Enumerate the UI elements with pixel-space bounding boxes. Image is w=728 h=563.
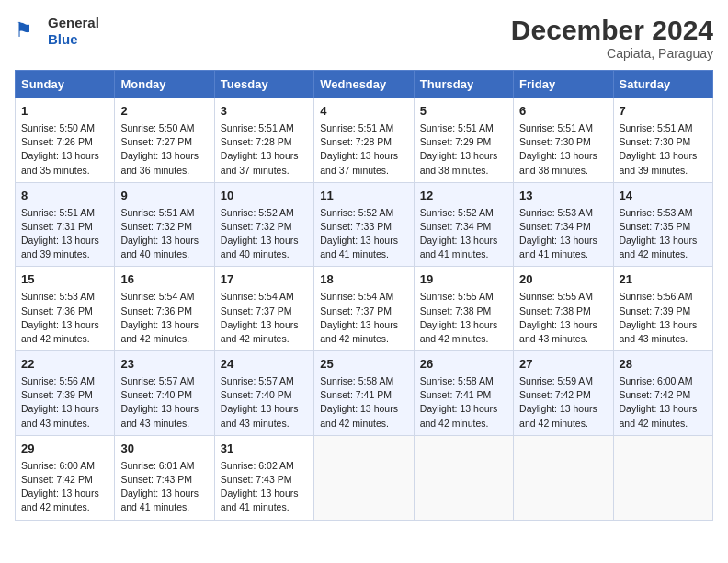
sunset-label: Sunset: 7:26 PM (21, 136, 93, 147)
sunset-label: Sunset: 7:38 PM (519, 305, 591, 316)
title-area: December 2024 Capiata, Paraguay (511, 15, 713, 61)
empty-cell (314, 435, 414, 520)
daylight-label: Daylight: 13 hours and 38 minutes. (519, 150, 597, 175)
table-row: 12 Sunrise: 5:52 AM Sunset: 7:34 PM Dayl… (414, 182, 513, 267)
day-number: 26 (420, 356, 507, 373)
day-number: 15 (21, 271, 108, 289)
empty-cell (414, 435, 513, 520)
day-number: 18 (320, 271, 407, 289)
sunrise-label: Sunrise: 5:51 AM (221, 122, 294, 133)
day-number: 20 (519, 271, 607, 289)
table-row: 5 Sunrise: 5:51 AM Sunset: 7:29 PM Dayli… (414, 98, 513, 183)
daylight-label: Daylight: 13 hours and 42 minutes. (21, 488, 99, 512)
sunrise-label: Sunrise: 5:51 AM (120, 207, 194, 218)
daylight-label: Daylight: 13 hours and 42 minutes. (620, 235, 698, 259)
day-number: 25 (320, 356, 407, 373)
col-tuesday: Tuesday (214, 71, 313, 98)
sunset-label: Sunset: 7:40 PM (221, 389, 292, 400)
sunset-label: Sunset: 7:30 PM (519, 136, 591, 147)
sunset-label: Sunset: 7:40 PM (120, 389, 192, 400)
sunset-label: Sunset: 7:43 PM (221, 474, 292, 485)
table-row: 16 Sunrise: 5:54 AM Sunset: 7:36 PM Dayl… (115, 267, 214, 351)
daylight-label: Daylight: 13 hours and 42 minutes. (420, 319, 498, 344)
daylight-label: Daylight: 13 hours and 43 minutes. (21, 403, 99, 428)
col-sunday: Sunday (16, 71, 115, 98)
day-number: 9 (120, 188, 208, 205)
sunrise-label: Sunrise: 5:51 AM (519, 122, 593, 133)
daylight-label: Daylight: 13 hours and 42 minutes. (320, 319, 398, 344)
daylight-label: Daylight: 13 hours and 37 minutes. (221, 150, 299, 175)
table-row: 19 Sunrise: 5:55 AM Sunset: 7:38 PM Dayl… (414, 267, 513, 351)
sunrise-label: Sunrise: 5:54 AM (221, 291, 294, 302)
daylight-label: Daylight: 13 hours and 39 minutes. (620, 150, 698, 175)
table-row: 6 Sunrise: 5:51 AM Sunset: 7:30 PM Dayli… (514, 98, 613, 183)
daylight-label: Daylight: 13 hours and 43 minutes. (221, 403, 299, 428)
table-row: 31 Sunrise: 6:02 AM Sunset: 7:43 PM Dayl… (214, 435, 313, 520)
daylight-label: Daylight: 13 hours and 40 minutes. (120, 235, 199, 259)
sunset-label: Sunset: 7:42 PM (21, 474, 93, 485)
day-number: 17 (221, 271, 308, 289)
sunrise-label: Sunrise: 5:53 AM (519, 207, 593, 218)
week-row-1: 1 Sunrise: 5:50 AM Sunset: 7:26 PM Dayli… (16, 98, 713, 183)
day-number: 6 (519, 103, 607, 121)
day-number: 11 (320, 188, 407, 205)
daylight-label: Daylight: 13 hours and 43 minutes. (620, 319, 698, 344)
table-row: 10 Sunrise: 5:52 AM Sunset: 7:32 PM Dayl… (214, 182, 313, 267)
sunset-label: Sunset: 7:36 PM (120, 305, 192, 316)
sunset-label: Sunset: 7:42 PM (519, 389, 591, 400)
sunset-label: Sunset: 7:34 PM (420, 221, 492, 232)
day-number: 1 (21, 103, 108, 121)
calendar-table: Sunday Monday Tuesday Wednesday Thursday… (15, 70, 713, 521)
table-row: 21 Sunrise: 5:56 AM Sunset: 7:39 PM Dayl… (613, 267, 712, 351)
sunset-label: Sunset: 7:28 PM (221, 136, 292, 147)
col-friday: Friday (514, 71, 613, 98)
sunrise-label: Sunrise: 5:59 AM (519, 375, 593, 386)
day-number: 16 (120, 271, 208, 289)
day-number: 22 (21, 356, 108, 373)
daylight-label: Daylight: 13 hours and 42 minutes. (221, 319, 299, 344)
sunrise-label: Sunrise: 5:50 AM (21, 122, 95, 133)
sunrise-label: Sunrise: 5:52 AM (420, 207, 494, 218)
sunrise-label: Sunrise: 5:51 AM (620, 122, 693, 133)
sunrise-label: Sunrise: 5:52 AM (221, 207, 294, 218)
sunrise-label: Sunrise: 6:02 AM (221, 460, 294, 471)
sunset-label: Sunset: 7:32 PM (120, 221, 192, 232)
week-row-2: 8 Sunrise: 5:51 AM Sunset: 7:31 PM Dayli… (16, 182, 713, 267)
col-thursday: Thursday (414, 71, 513, 98)
daylight-label: Daylight: 13 hours and 41 minutes. (221, 488, 299, 512)
sunset-label: Sunset: 7:43 PM (120, 474, 192, 485)
sunrise-label: Sunrise: 6:01 AM (120, 460, 194, 471)
day-number: 3 (221, 103, 308, 121)
logo-icon: ⚑ (15, 17, 44, 46)
header-row: Sunday Monday Tuesday Wednesday Thursday… (16, 71, 713, 98)
table-row: 27 Sunrise: 5:59 AM Sunset: 7:42 PM Dayl… (514, 351, 613, 436)
table-row: 23 Sunrise: 5:57 AM Sunset: 7:40 PM Dayl… (115, 351, 214, 436)
table-row: 22 Sunrise: 5:56 AM Sunset: 7:39 PM Dayl… (16, 351, 115, 436)
sunrise-label: Sunrise: 5:58 AM (320, 375, 393, 386)
day-number: 28 (620, 356, 707, 373)
day-number: 12 (420, 188, 507, 205)
sunrise-label: Sunrise: 5:54 AM (320, 291, 393, 302)
col-monday: Monday (115, 71, 214, 98)
sunrise-label: Sunrise: 6:00 AM (21, 460, 95, 471)
daylight-label: Daylight: 13 hours and 42 minutes. (120, 319, 199, 344)
sunset-label: Sunset: 7:31 PM (21, 221, 93, 232)
sunrise-label: Sunrise: 5:57 AM (120, 375, 194, 386)
svg-text:⚑: ⚑ (15, 18, 33, 41)
table-row: 24 Sunrise: 5:57 AM Sunset: 7:40 PM Dayl… (214, 351, 313, 436)
day-number: 8 (21, 188, 108, 205)
table-row: 14 Sunrise: 5:53 AM Sunset: 7:35 PM Dayl… (613, 182, 712, 267)
table-row: 29 Sunrise: 6:00 AM Sunset: 7:42 PM Dayl… (16, 435, 115, 520)
table-row: 8 Sunrise: 5:51 AM Sunset: 7:31 PM Dayli… (16, 182, 115, 267)
logo: ⚑ General Blue (15, 15, 99, 48)
daylight-label: Daylight: 13 hours and 39 minutes. (21, 235, 99, 259)
sunset-label: Sunset: 7:41 PM (320, 389, 392, 400)
table-row: 30 Sunrise: 6:01 AM Sunset: 7:43 PM Dayl… (115, 435, 214, 520)
sunrise-label: Sunrise: 5:51 AM (21, 207, 95, 218)
sunset-label: Sunset: 7:38 PM (420, 305, 492, 316)
week-row-4: 22 Sunrise: 5:56 AM Sunset: 7:39 PM Dayl… (16, 351, 713, 436)
daylight-label: Daylight: 13 hours and 43 minutes. (519, 319, 597, 344)
daylight-label: Daylight: 13 hours and 42 minutes. (420, 403, 498, 428)
month-title: December 2024 (511, 15, 713, 46)
table-row: 13 Sunrise: 5:53 AM Sunset: 7:34 PM Dayl… (514, 182, 613, 267)
